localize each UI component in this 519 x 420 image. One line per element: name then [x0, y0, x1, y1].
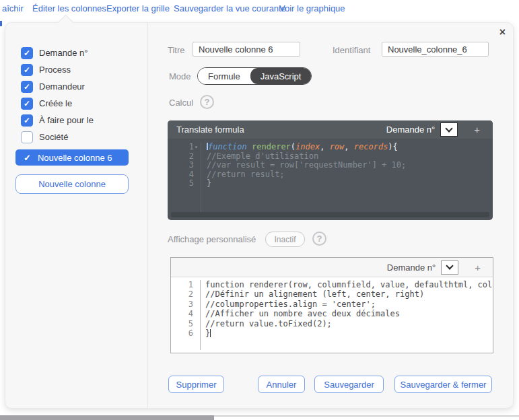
checkbox-icon[interactable]: ✓ [21, 114, 33, 127]
checkbox-icon[interactable]: ✓ [21, 47, 33, 59]
formula-editor-header: Translate formula Demande n° + [168, 120, 493, 139]
code-line: } [205, 328, 493, 338]
gutter-line: 4 [168, 170, 201, 180]
help-icon[interactable]: ? [200, 95, 214, 109]
display-editor[interactable]: Demande n° + 123456 function renderer(ro… [170, 257, 493, 353]
chevron-down-icon [446, 125, 453, 132]
formula-gutter: 1▾2345 [168, 143, 201, 216]
gutter-line: 3 [168, 161, 201, 170]
gutter-line: 2 [171, 289, 193, 299]
mode-label: Mode [169, 71, 191, 81]
save-and-close-button[interactable]: Sauvegarder & fermer [394, 376, 492, 393]
display-gutter: 123456 [171, 280, 201, 350]
selected-column-label: Nouvelle colonne 6 [38, 153, 112, 163]
column-label: À faire pour le [39, 115, 94, 125]
column-toggle-row[interactable]: ✓Process [5, 61, 147, 78]
formula-editor-title: Translate formula [176, 125, 244, 135]
calc-label: Calcul [169, 98, 193, 108]
menu-item[interactable]: Sauvegarder la vue courante [174, 3, 286, 13]
fold-arrow-icon[interactable]: ▾ [195, 143, 201, 152]
help-icon[interactable]: ? [312, 232, 326, 246]
gutter-line: 2 [168, 152, 201, 162]
mode-option-formule[interactable]: Formule [198, 68, 250, 84]
text-cursor [210, 329, 211, 337]
check-icon: ✓ [24, 153, 31, 163]
code-line: function renderer(index, row, records){ [207, 143, 493, 152]
gutter-line: 6 [171, 328, 193, 338]
new-column-button[interactable]: Nouvelle colonne [15, 174, 129, 194]
code-line: //Définir un alignement (left, center, r… [205, 289, 493, 299]
column-label: Société [39, 132, 68, 142]
checkbox-icon[interactable]: ✓ [21, 81, 33, 93]
code-line: //return result; [207, 170, 493, 180]
code-line: function renderer(row, columnfield, valu… [205, 280, 493, 289]
column-label: Demande n° [39, 48, 88, 58]
menu-item[interactable]: Éditer les colonnes [32, 3, 106, 13]
gutter-line: 1▾ [168, 143, 201, 152]
column-label: Process [39, 65, 71, 75]
gutter-line: 5 [171, 319, 193, 328]
column-toggle-row[interactable]: ✓À faire pour le [5, 112, 147, 129]
column-toggle-row[interactable]: ✓Demandeur [5, 78, 147, 95]
display-code[interactable]: function renderer(row, columnfield, valu… [201, 280, 493, 350]
selected-column-row[interactable]: ✓ Nouvelle colonne 6 [15, 149, 129, 166]
background-grid-line [214, 415, 519, 417]
mode-option-javascript[interactable]: JavaScript [250, 68, 312, 84]
mode-toggle[interactable]: FormuleJavaScript [197, 67, 312, 85]
menu-item[interactable]: Exporter la grille [106, 3, 170, 13]
display-editor-header: Demande n° + [171, 258, 493, 277]
column-toggle-row[interactable]: Société [5, 129, 147, 145]
display-editor-body[interactable]: 123456 function renderer(row, columnfiel… [171, 277, 493, 350]
cancel-button[interactable]: Annuler [258, 376, 305, 393]
field-selector-dropdown[interactable] [440, 123, 458, 137]
checkbox-icon[interactable]: ✓ [21, 64, 33, 76]
gutter-line: 4 [171, 309, 193, 318]
custom-display-label: Affichage personnalisé [168, 234, 256, 244]
column-label: Demandeur [39, 81, 85, 92]
top-menu: aîchirÉditer les colonnesExporter la gri… [0, 0, 519, 19]
menu-item[interactable]: aîchir [2, 3, 24, 13]
background-fragment [0, 21, 2, 26]
gutter-line: 1 [171, 280, 193, 289]
code-line: //var result = row['requestNumber'] + 10… [207, 161, 493, 170]
column-list: ✓Demande n°✓Process✓Demandeur✓Créée le✓À… [5, 44, 147, 145]
field-selector-dropdown[interactable] [441, 260, 458, 275]
save-button[interactable]: Sauvegarder [314, 376, 384, 393]
background-grid-fragment [0, 415, 214, 420]
edit-columns-dialog: × ✓Demande n°✓Process✓Demandeur✓Créée le… [5, 22, 514, 409]
formula-editor[interactable]: Translate formula Demande n° + 1▾2345 fu… [168, 120, 493, 220]
field-selector-label: Demande n° [386, 125, 435, 135]
menu-item[interactable]: Voir le graphique [279, 3, 345, 13]
gutter-line: 5 [168, 179, 201, 188]
title-input[interactable] [193, 42, 300, 57]
code-line: //Afficher un nombre avec deux décimales [205, 309, 493, 318]
gutter-line: 3 [171, 300, 193, 309]
checkbox-icon[interactable]: ✓ [21, 98, 33, 110]
formula-editor-body[interactable]: 1▾2345 function renderer(index, row, rec… [168, 139, 493, 216]
add-field-button[interactable]: + [474, 124, 480, 135]
title-label: Titre [168, 45, 185, 55]
inactive-toggle-button[interactable]: Inactif [265, 232, 305, 247]
code-line: //columproperties.align = 'center'; [205, 300, 493, 309]
field-selector-label: Demande n° [387, 262, 436, 273]
formula-code[interactable]: function renderer(index, row, records){/… [201, 143, 493, 216]
code-line: } [207, 179, 493, 188]
column-toggle-row[interactable]: ✓Demande n° [5, 44, 147, 61]
column-label: Créée le [39, 98, 72, 108]
add-field-button[interactable]: + [475, 262, 481, 273]
identifier-input[interactable] [382, 42, 489, 57]
code-line: //Exemple d'utilisation [207, 152, 493, 162]
column-toggle-row[interactable]: ✓Créée le [5, 95, 147, 112]
checkbox-icon[interactable] [21, 131, 33, 143]
identifier-label: Identifiant [333, 45, 370, 55]
delete-button[interactable]: Supprimer [168, 376, 224, 393]
close-icon[interactable]: × [499, 27, 506, 38]
chevron-down-icon [446, 262, 454, 269]
horizontal-scrollbar[interactable] [171, 212, 489, 217]
code-line: //return value.toFixed(2); [205, 319, 493, 328]
panel-divider [147, 23, 148, 408]
